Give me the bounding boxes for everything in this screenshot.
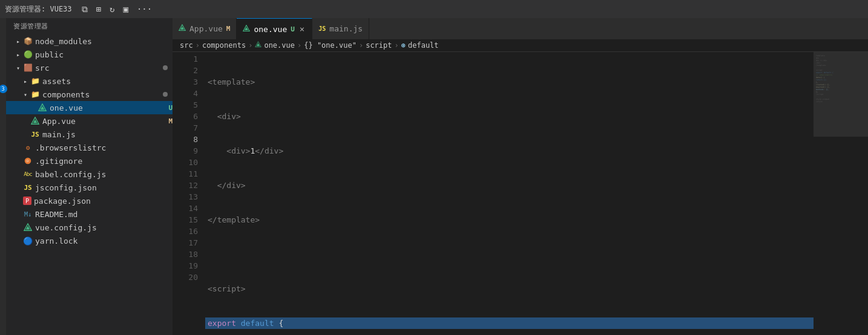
tree-item-package-json[interactable]: P package.json	[6, 194, 173, 207]
folder-icon: 📁	[30, 89, 40, 99]
code-line-2: <div>	[205, 111, 814, 122]
chevron-icon	[13, 36, 23, 46]
tab-label: main.js	[329, 24, 363, 33]
folder-icon: 🟢	[23, 50, 33, 59]
tab-close-button[interactable]: ×	[298, 24, 306, 34]
main-area: 3 资源管理器 📦 node_modules 🟢 public 🟫 src	[0, 18, 868, 335]
code-line-4: </div>	[205, 180, 814, 191]
tab-label: App.vue	[189, 24, 223, 33]
breadcrumb-sep: ›	[248, 41, 252, 50]
tree-item-components[interactable]: 📁 components	[6, 88, 173, 101]
chevron-icon	[21, 76, 30, 86]
tree-item-app-vue[interactable]: App.vue M	[6, 114, 173, 128]
breadcrumb-sep: ›	[196, 41, 200, 50]
tree-item-browserslistrc[interactable]: ⚙ .browserslistrc	[6, 141, 173, 154]
code-line-8: export default {	[205, 317, 814, 329]
tree-item-readme[interactable]: M↓ README.md	[6, 207, 173, 221]
chevron-icon	[13, 50, 23, 59]
tree-item-src[interactable]: 🟫 src	[6, 61, 173, 74]
package-file-icon: P	[23, 197, 31, 205]
refresh-icon[interactable]: ↻	[107, 3, 117, 16]
tree-item-public[interactable]: 🟢 public	[6, 48, 173, 61]
tree-label: vue.config.js	[35, 223, 173, 232]
dot-indicator	[163, 65, 168, 70]
tab-one-vue[interactable]: one.vue U ×	[237, 18, 312, 39]
breadcrumb-sep: ›	[297, 41, 301, 50]
tree-label: main.js	[42, 130, 173, 139]
breadcrumb-vue-icon	[255, 41, 261, 50]
tree-label: babel.config.js	[35, 170, 173, 179]
title-bar-text: 资源管理器: VUE33	[5, 4, 72, 15]
tree-label: yarn.lock	[35, 236, 173, 246]
minimap: template div div 1 /div /div /template s…	[814, 52, 868, 335]
editor-area: App.vue M one.vue U × JS main.js src ›	[173, 18, 868, 335]
code-line-5: </template>	[205, 214, 814, 226]
tab-vue-icon	[179, 24, 186, 33]
title-bar-icons: ⧉ ⊞ ↻ ▣ ···	[79, 3, 155, 16]
tab-badge: M	[226, 25, 231, 33]
browsers-file-icon: ⚙	[23, 143, 33, 152]
line-numbers: 1 2 3 4 5 6 7 8 9 10 11 12 13 14 15 16 1…	[173, 52, 203, 335]
file-tree: 📦 node_modules 🟢 public 🟫 src 📁 assets	[6, 34, 173, 335]
breadcrumb-src: src	[180, 41, 193, 50]
tree-item-assets[interactable]: 📁 assets	[6, 74, 173, 88]
folder-icon: 📁	[30, 76, 40, 86]
code-line-1: <template>	[205, 76, 814, 88]
tree-label: one.vue	[50, 103, 166, 112]
folder-icon: 🟫	[23, 63, 33, 73]
breadcrumb: src › components › one.vue › {} "one.vue…	[173, 39, 868, 52]
yarn-file-icon: 🔵	[23, 236, 33, 246]
tree-item-vue-config[interactable]: vue.config.js	[6, 221, 173, 234]
tree-label: App.vue	[42, 117, 166, 126]
js-file-icon: JS	[23, 183, 33, 192]
tree-label: assets	[42, 77, 173, 86]
breadcrumb-default: ⊛	[401, 41, 406, 50]
chevron-icon	[21, 89, 30, 99]
readme-file-icon: M↓	[23, 209, 33, 219]
tree-label: .gitignore	[35, 157, 173, 166]
copy-icon[interactable]: ⧉	[79, 3, 90, 16]
svg-text:⊙: ⊙	[26, 158, 29, 163]
file-badge: M	[168, 117, 173, 125]
tab-app-vue[interactable]: App.vue M	[173, 18, 237, 39]
tree-label: public	[35, 50, 173, 59]
activity-bar: 3	[0, 18, 6, 335]
tree-item-node-modules[interactable]: 📦 node_modules	[6, 34, 173, 48]
git-file-icon: ⊙	[23, 156, 33, 166]
breadcrumb-default-label: default	[408, 41, 439, 50]
minimap-content: template div div 1 /div /div /template s…	[814, 52, 868, 335]
editor-content: 1 2 3 4 5 6 7 8 9 10 11 12 13 14 15 16 1…	[173, 52, 868, 335]
breadcrumb-script: script	[366, 41, 392, 50]
title-bar: 资源管理器: VUE33 ⧉ ⊞ ↻ ▣ ···	[0, 0, 868, 18]
vue-file-icon	[23, 223, 33, 232]
chevron-icon	[13, 63, 23, 73]
paste-icon[interactable]: ⊞	[94, 3, 104, 16]
more-icon[interactable]: ···	[134, 3, 154, 16]
tree-item-one-vue[interactable]: one.vue U	[6, 101, 173, 114]
sidebar: 资源管理器 📦 node_modules 🟢 public 🟫 src	[6, 18, 173, 335]
tab-vue-icon	[243, 25, 250, 34]
tree-item-babel-config[interactable]: Abc babel.config.js	[6, 168, 173, 181]
tree-label: components	[42, 90, 163, 99]
tree-item-jsconfig[interactable]: JS jsconfig.json	[6, 181, 173, 194]
breadcrumb-onevue: one.vue	[264, 41, 295, 50]
tab-main-js[interactable]: JS main.js	[312, 18, 369, 39]
folder-icon: 📦	[23, 36, 33, 46]
tree-item-yarn-lock[interactable]: 🔵 yarn.lock	[6, 234, 173, 247]
tab-label: one.vue	[254, 25, 287, 34]
tab-badge: U	[291, 25, 295, 33]
dot-indicator	[163, 92, 168, 97]
js-file-icon: JS	[30, 129, 40, 139]
tree-item-main-js[interactable]: JS main.js	[6, 128, 173, 141]
tree-label: package.json	[34, 197, 173, 206]
vue-file-icon	[30, 116, 40, 126]
vue-file-icon	[38, 103, 47, 112]
code-editor[interactable]: <template> <div> <div>1</div> </div> </t…	[203, 52, 814, 335]
tab-js-icon: JS	[318, 25, 326, 32]
tree-label: jsconfig.json	[35, 183, 173, 192]
code-line-3: <div>1</div>	[205, 145, 814, 157]
tree-item-gitignore[interactable]: ⊙ .gitignore	[6, 154, 173, 168]
sidebar-title: 资源管理器	[6, 18, 173, 34]
code-line-6	[205, 249, 814, 260]
layout-icon[interactable]: ▣	[120, 3, 130, 16]
